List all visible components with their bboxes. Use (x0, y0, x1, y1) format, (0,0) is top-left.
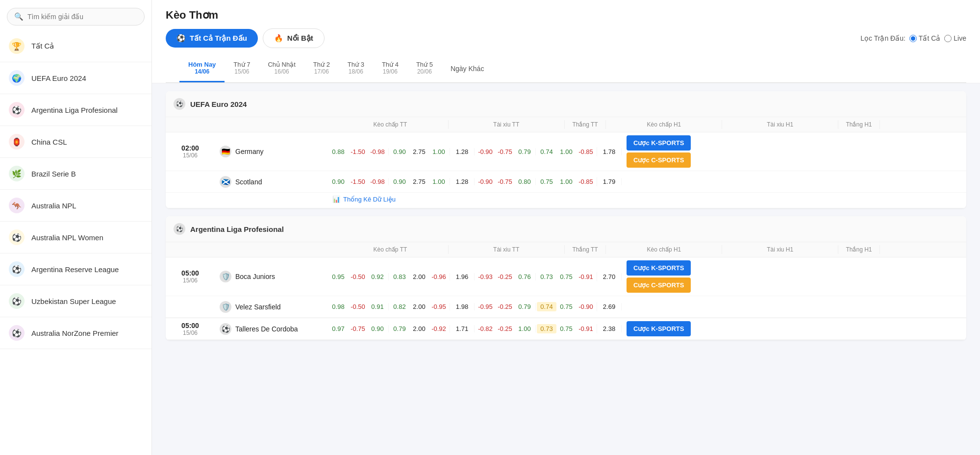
league-header-uefa-euro-2024: ⚽UEFA Euro 2024 (166, 91, 966, 117)
team-cell-0: 🇩🇪Germany (215, 144, 327, 159)
page-title: Kèo Thơm (166, 9, 966, 22)
date-tab-4[interactable]: Thứ 318/06 (339, 55, 373, 82)
match-block-argentina-liga-0: 05:0015/06🛡️Boca Juniors0.95-0.500.920.8… (166, 257, 966, 318)
bet-k-sports-button[interactable]: Cược K-SPORTS (627, 321, 691, 336)
sidebar-icon-australia-norzone: ⚽ (9, 325, 25, 341)
date-tab-5[interactable]: Thứ 419/06 (373, 55, 407, 82)
league-name-argentina-liga: Argentina Liga Profesional (190, 225, 284, 233)
team-cell-1: 🛡️Velez Sarsfield (215, 299, 327, 315)
team-cell-0: ⚽Talleres De Cordoba (215, 321, 327, 337)
sidebar-item-australia-npl[interactable]: 🦘 Australia NPL (0, 190, 151, 222)
sidebar-label-australia-norzone: Australia NorZone Premier (31, 329, 119, 337)
bet-k-sports-button[interactable]: Cược K-SPORTS (627, 260, 691, 276)
date-tab-6[interactable]: Thứ 520/06 (407, 55, 442, 82)
sidebar-label-uefa-euro-2024: UEFA Euro 2024 (31, 74, 86, 82)
bet-c-sports-button[interactable]: Cược C-SPORTS (627, 278, 691, 293)
match-block-argentina-liga-1: 05:0015/06⚽Talleres De Cordoba0.97-0.750… (166, 318, 966, 340)
sidebar-icon-argentina-liga: ⚽ (9, 102, 25, 118)
col-headers-row: Kèo chấp TTTài xiu TTThắng TTKèo chấp H1… (166, 117, 966, 132)
search-input[interactable] (27, 13, 137, 21)
match-time-cell (166, 180, 215, 184)
sidebar-label-china-csl: China CSL (31, 138, 67, 146)
sidebar-item-australia-npl-women[interactable]: ⚽ Australia NPL Women (0, 222, 151, 253)
sidebar-item-australia-norzone[interactable]: ⚽ Australia NorZone Premier (0, 317, 151, 349)
sidebar-label-uzbekistan: Uzbekistan Super League (31, 297, 116, 305)
filter-all-radio[interactable] (909, 35, 917, 42)
sidebar-label-australia-npl-women: Australia NPL Women (31, 233, 103, 242)
team-cell-0: 🛡️Boca Juniors (215, 269, 327, 284)
soccer-icon: ⚽ (176, 34, 186, 43)
search-box[interactable]: 🔍 (7, 8, 145, 25)
bet-k-sports-button[interactable]: Cược K-SPORTS (627, 135, 691, 151)
sidebar-item-uzbekistan[interactable]: ⚽ Uzbekistan Super League (0, 285, 151, 317)
chart-icon: 📊 (332, 196, 340, 203)
match-row-argentina-liga-0-1: 🛡️Velez Sarsfield0.98-0.500.910.822.00-0… (166, 296, 966, 318)
league-section-uefa-euro-2024: ⚽UEFA Euro 2024Kèo chấp TTTài xiu TTThắn… (166, 91, 966, 208)
match-row-uefa-euro-2024-0-0: 02:0015/06🇩🇪Germany0.88-1.50-0.980.902.7… (166, 132, 966, 171)
date-tab-3[interactable]: Thứ 217/06 (304, 55, 339, 82)
sidebar-item-argentina-liga[interactable]: ⚽ Argentina Liga Profesional (0, 94, 151, 126)
filter-live-radio[interactable] (944, 35, 952, 42)
sidebar-item-brazil-serie-b[interactable]: 🌿 Brazil Serie B (0, 158, 151, 190)
league-section-argentina-liga: ⚽Argentina Liga ProfesionalKèo chấp TTTà… (166, 216, 966, 340)
sidebar-label-argentina-reserve: Argentina Reserve League (31, 265, 119, 274)
date-tab-1[interactable]: Thứ 715/06 (225, 55, 259, 82)
search-icon: 🔍 (14, 12, 24, 21)
sidebar-icon-uzbekistan: ⚽ (9, 293, 25, 309)
main-header: Kèo Thơm ⚽ Tất Cả Trận Đấu 🔥 Nổi Bật Lọc… (152, 0, 980, 83)
main-content: Kèo Thơm ⚽ Tất Cả Trận Đấu 🔥 Nổi Bật Lọc… (152, 0, 980, 455)
match-row-argentina-liga-0-0: 05:0015/06🛡️Boca Juniors0.95-0.500.920.8… (166, 257, 966, 296)
sidebar-label-argentina-liga: Argentina Liga Profesional (31, 106, 118, 114)
sidebar-icon-uefa-euro-2024: 🌍 (9, 70, 25, 86)
sidebar-icon-tat-ca: 🏆 (9, 38, 25, 54)
filter-buttons: ⚽ Tất Cả Trận Đấu 🔥 Nổi Bật Lọc Trận Đấu… (166, 28, 966, 48)
team-cell-1: 🏴󠁧󠁢󠁳󠁣󠁴󠁿Scotland (215, 174, 327, 190)
sidebar-label-australia-npl: Australia NPL (31, 202, 76, 210)
date-tabs: Hôm Nay14/06Thứ 715/06Chủ Nhật16/06Thứ 2… (166, 55, 966, 83)
filter-all-label[interactable]: Tất Cả (909, 34, 940, 42)
league-icon-uefa-euro-2024: ⚽ (174, 98, 185, 110)
match-time-cell: 05:0015/06 (166, 320, 215, 338)
filter-right: Lọc Trận Đấu: Tất Cả Live (860, 34, 966, 42)
sidebar-icon-brazil-serie-b: 🌿 (9, 166, 25, 181)
fire-icon: 🔥 (274, 34, 283, 43)
date-tab-7[interactable]: Ngày Khác (442, 55, 493, 82)
sidebar-item-china-csl[interactable]: 🏮 China CSL (0, 126, 151, 158)
match-block-uefa-euro-2024-0: 02:0015/06🇩🇪Germany0.88-1.50-0.980.902.7… (166, 132, 966, 208)
sidebar-icon-china-csl: 🏮 (9, 134, 25, 150)
sidebar-item-argentina-reserve[interactable]: ⚽ Argentina Reserve League (0, 253, 151, 285)
league-header-argentina-liga: ⚽Argentina Liga Profesional (166, 216, 966, 242)
sidebar-item-tat-ca[interactable]: 🏆 Tất Cả (0, 30, 151, 62)
date-tab-2[interactable]: Chủ Nhật16/06 (259, 55, 304, 82)
league-icon-argentina-liga: ⚽ (174, 223, 185, 235)
featured-button[interactable]: 🔥 Nổi Bật (263, 28, 325, 48)
sidebar-items: 🏆 Tất Cả 🌍 UEFA Euro 2024 ⚽ Argentina Li… (0, 30, 151, 349)
sidebar-label-brazil-serie-b: Brazil Serie B (31, 170, 76, 178)
match-time-cell: 05:0015/06 (166, 267, 215, 286)
sidebar-icon-argentina-reserve: ⚽ (9, 261, 25, 277)
content-area: ⚽UEFA Euro 2024Kèo chấp TTTài xiu TTThắn… (152, 83, 980, 356)
stats-link[interactable]: 📊Thống Kê Dữ Liệu (166, 193, 966, 208)
all-matches-button[interactable]: ⚽ Tất Cả Trận Đấu (166, 29, 258, 48)
bet-c-sports-button[interactable]: Cược C-SPORTS (627, 152, 691, 168)
match-time-cell: 02:0015/06 (166, 142, 215, 161)
sidebar-icon-australia-npl: 🦘 (9, 198, 25, 213)
league-name-uefa-euro-2024: UEFA Euro 2024 (190, 100, 247, 108)
sidebar-icon-australia-npl-women: ⚽ (9, 229, 25, 245)
sidebar: 🔍 🏆 Tất Cả 🌍 UEFA Euro 2024 ⚽ Argentina … (0, 0, 152, 455)
match-time-cell (166, 305, 215, 309)
sidebar-label-tat-ca: Tất Cả (31, 42, 54, 51)
match-row-argentina-liga-1-0: 05:0015/06⚽Talleres De Cordoba0.97-0.750… (166, 318, 966, 340)
filter-live-label[interactable]: Live (944, 34, 966, 42)
sidebar-item-uefa-euro-2024[interactable]: 🌍 UEFA Euro 2024 (0, 62, 151, 94)
date-tab-0[interactable]: Hôm Nay14/06 (179, 55, 225, 82)
match-row-uefa-euro-2024-0-1: 🏴󠁧󠁢󠁳󠁣󠁴󠁿Scotland0.90-1.50-0.980.902.751.0… (166, 171, 966, 193)
col-headers-row: Kèo chấp TTTài xiu TTThắng TTKèo chấp H1… (166, 242, 966, 257)
